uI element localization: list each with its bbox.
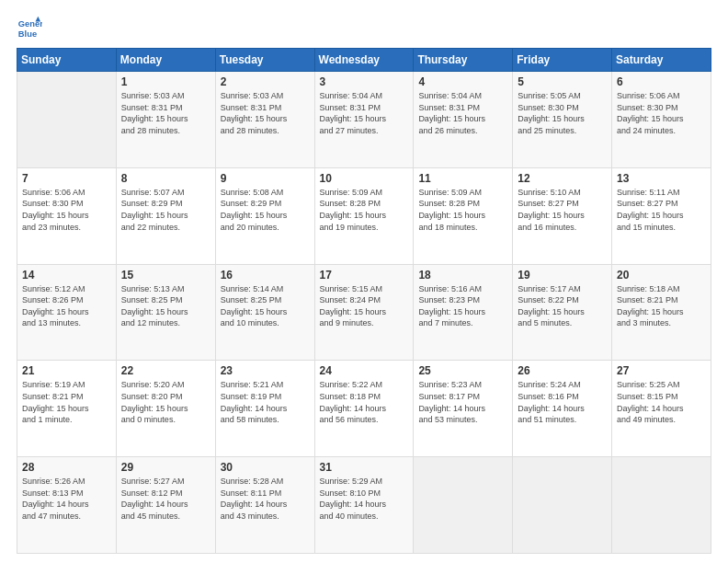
day-number: 2 (221, 75, 310, 88)
week-row-2: 7Sunrise: 5:06 AMSunset: 8:30 PMDaylight… (17, 167, 711, 264)
day-info-text: and 0 minutes. (121, 414, 210, 426)
day-number: 9 (221, 172, 310, 185)
day-cell: 14Sunrise: 5:12 AMSunset: 8:26 PMDayligh… (17, 264, 117, 361)
day-info-text: Sunset: 8:31 PM (418, 102, 507, 114)
day-info-text: and 25 minutes. (518, 125, 607, 137)
day-info-text: Sunset: 8:12 PM (121, 488, 210, 500)
day-info-text: and 3 minutes. (617, 317, 706, 329)
day-info-text: and 49 minutes. (617, 414, 706, 426)
calendar-header-row: SundayMondayTuesdayWednesdayThursdayFrid… (17, 49, 711, 72)
day-info-text: Sunset: 8:10 PM (320, 488, 409, 500)
day-number: 22 (121, 364, 210, 377)
day-info-text: and 51 minutes. (518, 414, 607, 426)
day-info-text: Daylight: 14 hours (617, 403, 706, 415)
day-cell: 18Sunrise: 5:16 AMSunset: 8:23 PMDayligh… (414, 264, 513, 361)
day-info-text: Sunrise: 5:24 AM (518, 379, 607, 391)
day-info-text: Daylight: 15 hours (617, 113, 706, 125)
day-info-text: and 7 minutes. (418, 317, 507, 329)
day-info-text: Daylight: 14 hours (121, 499, 210, 511)
day-info-text: Daylight: 14 hours (320, 499, 409, 511)
day-info-text: Sunset: 8:17 PM (418, 391, 507, 403)
day-number: 28 (22, 461, 111, 474)
day-cell: 6Sunrise: 5:06 AMSunset: 8:30 PMDaylight… (612, 72, 711, 168)
day-cell: 22Sunrise: 5:20 AMSunset: 8:20 PMDayligh… (116, 361, 215, 457)
day-number: 1 (121, 75, 210, 88)
day-number: 3 (320, 75, 409, 88)
day-info-text: Sunset: 8:30 PM (617, 102, 706, 114)
logo-icon: General Blue (17, 15, 42, 40)
day-info-text: and 53 minutes. (418, 414, 507, 426)
day-info-text: Daylight: 15 hours (320, 113, 409, 125)
day-number: 17 (320, 269, 409, 282)
day-cell: 27Sunrise: 5:25 AMSunset: 8:15 PMDayligh… (612, 361, 711, 457)
day-cell (414, 457, 513, 554)
day-info-text: Daylight: 15 hours (22, 306, 111, 318)
day-number: 27 (617, 364, 706, 377)
day-info-text: Sunrise: 5:23 AM (418, 379, 507, 391)
day-info-text: Sunrise: 5:25 AM (617, 379, 706, 391)
day-info-text: and 47 minutes. (22, 511, 111, 523)
day-info-text: Daylight: 15 hours (518, 306, 607, 318)
day-info-text: Daylight: 15 hours (617, 210, 706, 222)
day-info-text: and 27 minutes. (320, 125, 409, 137)
day-info-text: Sunset: 8:28 PM (320, 198, 409, 210)
day-cell: 13Sunrise: 5:11 AMSunset: 8:27 PMDayligh… (612, 167, 711, 264)
week-row-3: 14Sunrise: 5:12 AMSunset: 8:26 PMDayligh… (17, 264, 711, 361)
col-header-saturday: Saturday (612, 49, 711, 72)
day-cell: 25Sunrise: 5:23 AMSunset: 8:17 PMDayligh… (414, 361, 513, 457)
day-info-text: Sunrise: 5:20 AM (121, 379, 210, 391)
day-number: 15 (121, 269, 210, 282)
day-info-text: Sunset: 8:31 PM (320, 102, 409, 114)
day-info-text: Sunrise: 5:03 AM (221, 90, 310, 102)
day-info-text: Daylight: 14 hours (320, 403, 409, 415)
day-number: 7 (22, 172, 111, 185)
day-info-text: and 15 minutes. (617, 222, 706, 234)
day-cell: 21Sunrise: 5:19 AMSunset: 8:21 PMDayligh… (17, 361, 117, 457)
day-info-text: Sunset: 8:29 PM (121, 198, 210, 210)
day-info-text: and 45 minutes. (121, 511, 210, 523)
day-info-text: and 23 minutes. (22, 222, 111, 234)
day-info-text: Daylight: 14 hours (418, 403, 507, 415)
day-cell: 3Sunrise: 5:04 AMSunset: 8:31 PMDaylight… (314, 72, 414, 168)
day-number: 5 (518, 75, 607, 88)
day-info-text: Daylight: 15 hours (320, 306, 409, 318)
day-info-text: Sunset: 8:21 PM (617, 294, 706, 306)
day-cell (513, 457, 612, 554)
day-info-text: Sunrise: 5:15 AM (320, 283, 409, 295)
day-info-text: Sunset: 8:29 PM (221, 198, 310, 210)
day-info-text: Sunrise: 5:06 AM (617, 90, 706, 102)
day-info-text: Sunset: 8:15 PM (617, 391, 706, 403)
day-info-text: Sunset: 8:22 PM (518, 294, 607, 306)
day-info-text: Sunrise: 5:21 AM (221, 379, 310, 391)
day-info-text: Sunrise: 5:12 AM (22, 283, 111, 295)
page: General Blue SundayMondayTuesdayWednesda… (0, 0, 728, 563)
day-info-text: Sunrise: 5:17 AM (518, 283, 607, 295)
day-info-text: Daylight: 15 hours (518, 113, 607, 125)
day-info-text: Sunrise: 5:11 AM (617, 187, 706, 199)
col-header-friday: Friday (513, 49, 612, 72)
day-info-text: and 18 minutes. (418, 222, 507, 234)
day-info-text: Daylight: 15 hours (121, 210, 210, 222)
day-cell: 23Sunrise: 5:21 AMSunset: 8:19 PMDayligh… (215, 361, 314, 457)
day-info-text: Sunset: 8:13 PM (22, 488, 111, 500)
day-number: 12 (518, 172, 607, 185)
day-number: 14 (22, 269, 111, 282)
day-cell: 31Sunrise: 5:29 AMSunset: 8:10 PMDayligh… (314, 457, 414, 554)
day-number: 10 (320, 172, 409, 185)
day-info-text: Sunrise: 5:04 AM (418, 90, 507, 102)
week-row-5: 28Sunrise: 5:26 AMSunset: 8:13 PMDayligh… (17, 457, 711, 554)
day-number: 16 (221, 269, 310, 282)
day-number: 23 (221, 364, 310, 377)
day-info-text: Sunset: 8:19 PM (221, 391, 310, 403)
day-cell: 20Sunrise: 5:18 AMSunset: 8:21 PMDayligh… (612, 264, 711, 361)
day-cell: 9Sunrise: 5:08 AMSunset: 8:29 PMDaylight… (215, 167, 314, 264)
day-info-text: Daylight: 15 hours (121, 113, 210, 125)
day-info-text: Daylight: 15 hours (221, 113, 310, 125)
day-cell: 29Sunrise: 5:27 AMSunset: 8:12 PMDayligh… (116, 457, 215, 554)
day-info-text: Daylight: 14 hours (518, 403, 607, 415)
day-info-text: Sunrise: 5:18 AM (617, 283, 706, 295)
day-info-text: Sunset: 8:18 PM (320, 391, 409, 403)
day-info-text: Sunset: 8:11 PM (221, 488, 310, 500)
col-header-thursday: Thursday (414, 49, 513, 72)
day-cell: 8Sunrise: 5:07 AMSunset: 8:29 PMDaylight… (116, 167, 215, 264)
